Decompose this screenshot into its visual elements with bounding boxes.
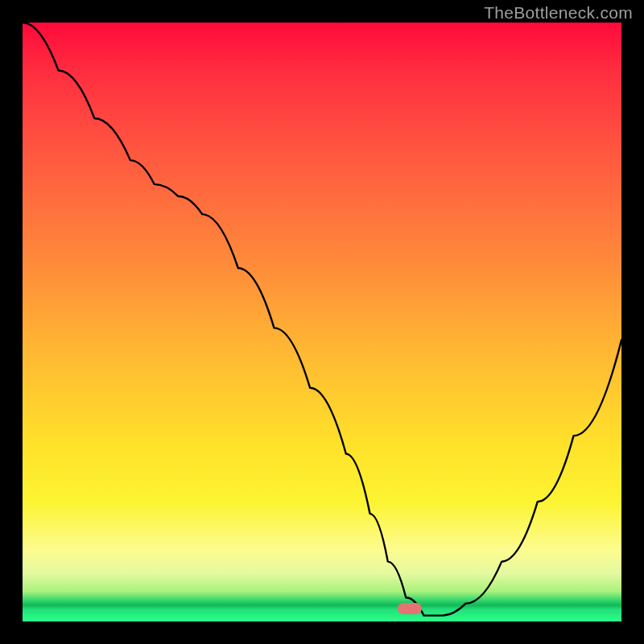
chart-frame: TheBottleneck.com (0, 0, 644, 644)
bottleneck-curve (23, 23, 621, 621)
plot-area (23, 23, 621, 621)
watermark-text: TheBottleneck.com (484, 3, 633, 23)
optimal-marker (398, 603, 422, 614)
